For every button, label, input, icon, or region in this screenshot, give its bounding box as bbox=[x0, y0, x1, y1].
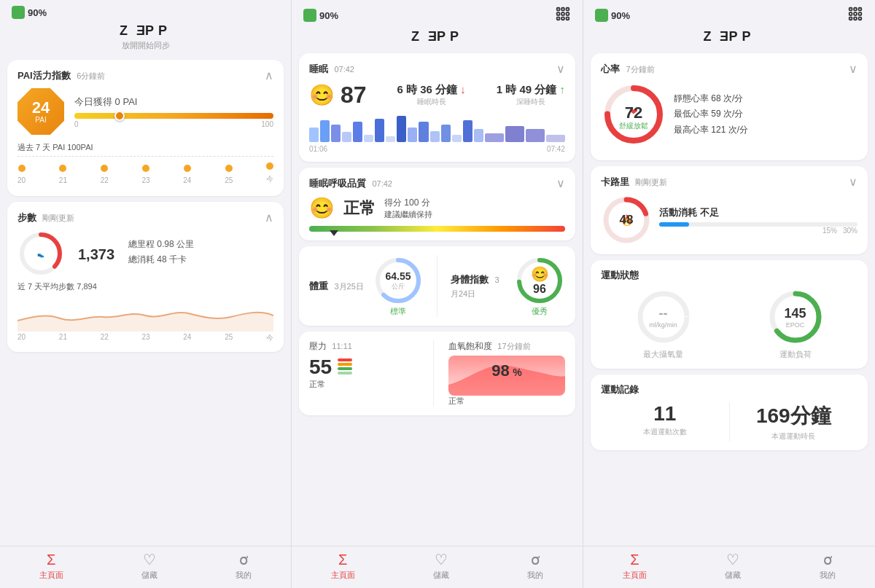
app-title-3: ZEPP bbox=[583, 29, 875, 44]
weight-half: 體重 3月25日 64.55 公斤 bbox=[309, 255, 424, 317]
breathing-indicator bbox=[330, 230, 338, 236]
pai-bar-min: 0 bbox=[74, 120, 79, 128]
breathing-score: 得分 100 分 bbox=[384, 197, 432, 209]
nav-home-2[interactable]: Σ 主頁面 bbox=[331, 552, 355, 581]
cal-center: 48 bbox=[620, 213, 634, 227]
bottom-nav-3: Σ 主頁面 ♡ 儲藏 ơ 我的 bbox=[583, 546, 875, 588]
sleep-chart bbox=[309, 116, 565, 142]
calories-card: 卡路里 剛剛更新 ∨ 🔥 48 活動消耗 不足 bbox=[591, 166, 868, 254]
home-label-1: 主頁面 bbox=[39, 570, 63, 581]
battery-2: 90% bbox=[319, 10, 338, 21]
record-duration-half: 169分鐘 本週運動時長 bbox=[730, 402, 858, 442]
nav-home-1[interactable]: Σ 主頁面 bbox=[39, 552, 63, 581]
heart-header: 心率 7分鐘前 ∨ bbox=[601, 62, 858, 76]
nav-health-3[interactable]: ♡ 儲藏 bbox=[725, 551, 741, 581]
heart-max: 最高心率 121 次/分 bbox=[674, 122, 748, 138]
spo2-half: 血氧飽和度 17分鐘前 98 % 正常 bbox=[441, 340, 565, 407]
nav-health-2[interactable]: ♡ 儲藏 bbox=[433, 551, 449, 581]
profile-icon-1: ơ bbox=[239, 551, 248, 568]
epoc-unit: EPOC bbox=[784, 321, 806, 329]
bmi-ring-block: 😊 96 優秀 bbox=[514, 255, 565, 317]
sleep-card: 睡眠 07:42 ∨ 😊 87 6 時 36 分鐘 ↓ 睡眠時長 bbox=[299, 53, 575, 162]
bmi-label-block: 身體指數 3月24日 bbox=[451, 273, 507, 299]
duration-arrow: ↓ bbox=[460, 83, 466, 95]
cal-label1: 15% bbox=[822, 227, 837, 235]
weight-unit: 公斤 bbox=[385, 282, 411, 291]
breathing-chevron[interactable]: ∨ bbox=[556, 176, 565, 190]
heart-chevron[interactable]: ∨ bbox=[849, 62, 858, 76]
pai-chevron[interactable]: ∧ bbox=[265, 68, 273, 82]
stress-value: 55 bbox=[309, 356, 332, 379]
exercise-card: 運動狀態 -- ml/kg/min 最大攝氧量 bbox=[591, 260, 868, 369]
app-header-3: ZEPP bbox=[583, 28, 875, 49]
heart-subtitle: 7分鐘前 bbox=[626, 65, 654, 74]
epoc-value: 145 bbox=[784, 306, 806, 321]
calories-header: 卡路里 剛剛更新 ∨ bbox=[601, 175, 858, 189]
calories-chevron[interactable]: ∨ bbox=[849, 175, 858, 189]
pai-day-5: 25 bbox=[225, 165, 233, 184]
vo2-unit: ml/kg/min bbox=[649, 321, 677, 329]
scroll-area-3[interactable]: 心率 7分鐘前 ∨ ❤ 72 舒緩放鬆 bbox=[583, 49, 875, 546]
scroll-area-1[interactable]: PAI活力指數 6分鐘前 ∧ 24 PAI 今日獲得 0 PAI 0 bbox=[0, 55, 291, 546]
pai-bar bbox=[74, 113, 273, 119]
steps-chevron[interactable]: ∧ bbox=[265, 211, 273, 224]
spo2-title: 血氧飽和度 17分鐘前 bbox=[448, 340, 565, 353]
breathing-header: 睡眠呼吸品質 07:42 ∨ bbox=[309, 176, 565, 190]
scroll-area-2[interactable]: 睡眠 07:42 ∨ 😊 87 6 時 36 分鐘 ↓ 睡眠時長 bbox=[292, 49, 583, 546]
weight-center: 64.55 公斤 bbox=[385, 270, 411, 291]
epoc-label: 運動負荷 bbox=[733, 349, 858, 360]
nav-profile-3[interactable]: ơ 我的 bbox=[820, 551, 836, 581]
steps-ring: 👟 bbox=[18, 230, 64, 277]
stress-row: 壓力 11:11 55 bbox=[309, 340, 565, 407]
breathing-emoji: 😊 bbox=[309, 196, 335, 220]
bmi-center: 😊 96 bbox=[531, 265, 549, 296]
health-icon-3: ♡ bbox=[726, 551, 739, 568]
app-title-1: ZEPP bbox=[0, 23, 291, 39]
grid-icon-2[interactable] bbox=[555, 6, 571, 25]
svg-rect-17 bbox=[567, 12, 569, 15]
svg-rect-25 bbox=[849, 8, 852, 11]
pai-badge: 24 PAI bbox=[18, 88, 64, 135]
sleep-start: 01:06 bbox=[309, 145, 327, 153]
nav-home-3[interactable]: Σ 主頁面 bbox=[623, 552, 647, 581]
pai-bar-labels: 0 100 bbox=[74, 120, 273, 128]
app-header-1: ZEPP 放開開始同步 bbox=[0, 22, 291, 55]
cal-main: 🔥 48 活動消耗 不足 15% 30% bbox=[601, 195, 858, 246]
breathing-advice: 建議繼續保持 bbox=[384, 209, 432, 220]
svg-rect-14 bbox=[567, 8, 569, 11]
sleep-chevron[interactable]: ∨ bbox=[556, 62, 565, 76]
steps-title: 步數 bbox=[18, 212, 36, 223]
svg-text:👟: 👟 bbox=[37, 251, 44, 258]
steps-x-labels: 2021 2223 2425 今 bbox=[18, 333, 273, 343]
bmi-ring: 😊 96 bbox=[514, 255, 565, 306]
weight-value: 64.55 bbox=[385, 270, 411, 282]
sleep-deep-label: 深睡時長 bbox=[497, 97, 565, 107]
exercise-header: 運動狀態 bbox=[601, 269, 858, 282]
pai-main: 24 PAI 今日獲得 0 PAI 0 100 bbox=[18, 88, 273, 135]
heart-title: 心率 bbox=[601, 63, 620, 74]
panel-3: 90% ZEPP 心率 7分鐘前 ∨ bbox=[583, 0, 875, 588]
pai-bar-max: 100 bbox=[261, 120, 273, 128]
status-left-2: 90% bbox=[303, 9, 338, 22]
svg-rect-32 bbox=[854, 17, 857, 20]
weight-ring-block: 64.55 公斤 標準 bbox=[373, 255, 424, 317]
nav-health-1[interactable]: ♡ 儲藏 bbox=[141, 551, 158, 581]
stress-spo2-card: 壓力 11:11 55 bbox=[299, 332, 575, 415]
nav-profile-2[interactable]: ơ 我的 bbox=[527, 551, 543, 581]
pai-day-0: 20 bbox=[18, 165, 26, 184]
heart-min: 最低心率 59 次/分 bbox=[674, 106, 748, 122]
svg-rect-29 bbox=[854, 12, 857, 15]
pai-day-today: 今 bbox=[266, 162, 273, 184]
home-icon-1: Σ bbox=[47, 552, 55, 568]
pai-today: 今日獲得 0 PAI bbox=[74, 95, 273, 109]
heart-main: ❤ 72 舒緩放鬆 靜態心率 68 次/分 最低心率 59 次/分 最高心率 1… bbox=[601, 82, 858, 147]
weight-ring: 64.55 公斤 bbox=[373, 255, 424, 306]
cal-bar-fill bbox=[659, 222, 689, 227]
bmi-value: 96 bbox=[531, 283, 549, 296]
pai-history-label: 過去 7 天 PAI 100PAI bbox=[18, 142, 273, 153]
grid-icon-3[interactable] bbox=[847, 6, 863, 25]
stress-divider bbox=[433, 340, 434, 407]
watch-icon-3 bbox=[595, 9, 608, 22]
nav-profile-1[interactable]: ơ 我的 bbox=[236, 551, 252, 581]
pai-value: 24 bbox=[32, 100, 50, 116]
